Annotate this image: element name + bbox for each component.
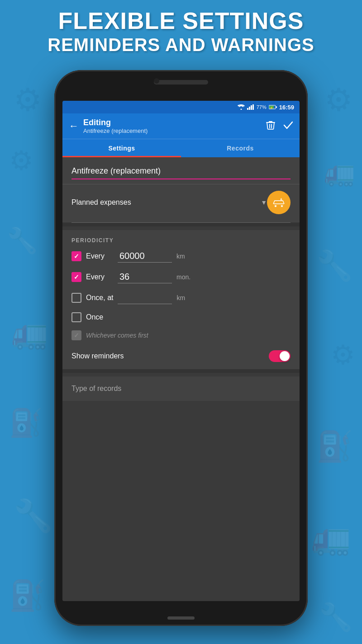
confirm-button[interactable] xyxy=(283,121,293,132)
svg-point-8 xyxy=(275,205,277,207)
checkbox-once[interactable] xyxy=(71,312,81,322)
app-bar-editing-label: Editing xyxy=(83,118,148,127)
period-label-once-at: Once, at xyxy=(86,294,113,302)
type-label: Planned expenses xyxy=(71,198,257,207)
checkmark-whichever: ✓ xyxy=(74,332,79,339)
type-selector[interactable]: Planned expenses ▼ xyxy=(62,184,300,222)
type-dropdown[interactable]: Planned expenses ▼ xyxy=(71,198,267,207)
status-bar: 77% ⚡ 16:59 xyxy=(62,101,300,113)
header: FLEXIBLE SETTINGS REMINDERS AND WARNINGS xyxy=(0,8,362,56)
reminders-toggle[interactable] xyxy=(269,350,291,362)
phone-camera xyxy=(154,78,159,84)
app-bar-actions xyxy=(266,120,293,132)
period-row-once-at: Once, at km xyxy=(71,291,291,304)
svg-text:⚡: ⚡ xyxy=(270,106,273,109)
periodicity-label: PERIODICITY xyxy=(71,237,291,244)
phone-speaker xyxy=(154,80,208,85)
name-input-card xyxy=(62,157,300,184)
type-of-records-label: Type of records xyxy=(71,385,121,392)
app-bar-left: ← Editing Antifreeze (replacement) xyxy=(69,118,148,134)
header-line1: FLEXIBLE SETTINGS xyxy=(0,8,362,34)
checkbox-mon[interactable]: ✓ xyxy=(71,272,81,282)
checkmark-mon: ✓ xyxy=(74,273,79,281)
section-divider-2 xyxy=(62,369,300,373)
checkmark-km: ✓ xyxy=(74,253,79,260)
type-icon-circle xyxy=(267,191,291,214)
period-label-km: Every xyxy=(86,252,113,260)
checkbox-whichever[interactable]: ✓ xyxy=(71,330,81,340)
screen-content: Planned expenses ▼ xyxy=(62,157,300,601)
period-value-km[interactable] xyxy=(118,250,172,263)
svg-rect-1 xyxy=(249,107,250,110)
periodicity-section: PERIODICITY ✓ Every km ✓ Every xyxy=(62,230,300,369)
battery-percent: 77% xyxy=(257,104,267,110)
svg-rect-0 xyxy=(247,108,248,110)
app-bar-subtitle: Antifreeze (replacement) xyxy=(83,127,148,134)
checkbox-km[interactable]: ✓ xyxy=(71,251,81,261)
svg-rect-2 xyxy=(251,105,252,110)
section-divider-1 xyxy=(62,223,300,226)
period-value-mon[interactable] xyxy=(118,271,172,283)
whichever-row: ✓ Whichever comes first xyxy=(71,330,291,340)
app-bar-title: Editing Antifreeze (replacement) xyxy=(83,118,148,134)
type-of-records-section[interactable]: Type of records xyxy=(62,376,300,401)
svg-rect-3 xyxy=(252,104,254,110)
wifi-icon xyxy=(238,104,245,110)
status-icons: 77% ⚡ 16:59 xyxy=(238,104,294,111)
name-input[interactable] xyxy=(71,165,291,179)
header-line2: REMINDERS AND WARNINGS xyxy=(0,34,362,56)
dropdown-arrow-icon: ▼ xyxy=(261,199,267,206)
tab-records[interactable]: Records xyxy=(181,139,300,157)
reminders-label: Show reminders xyxy=(71,352,124,360)
svg-rect-6 xyxy=(276,106,277,108)
svg-point-9 xyxy=(281,205,283,207)
phone-home-button xyxy=(167,616,195,620)
reminders-row: Show reminders xyxy=(71,348,291,362)
period-unit-once-at: km xyxy=(176,294,190,301)
phone-frame: 77% ⚡ 16:59 ← Editing Antifreeze (replac… xyxy=(54,70,308,626)
phone-screen: 77% ⚡ 16:59 ← Editing Antifreeze (replac… xyxy=(62,101,300,601)
period-row-mon: ✓ Every mon. xyxy=(71,271,291,283)
battery-icon: ⚡ xyxy=(269,105,277,109)
whichever-label: Whichever comes first xyxy=(86,332,148,339)
signal-icon xyxy=(247,104,254,110)
tabs: Settings Records xyxy=(62,139,300,157)
back-button[interactable]: ← xyxy=(69,120,79,132)
delete-button[interactable] xyxy=(266,120,275,132)
status-time: 16:59 xyxy=(279,104,294,111)
checkbox-once-at[interactable] xyxy=(71,293,81,303)
period-label-mon: Every xyxy=(86,273,113,281)
period-unit-mon: mon. xyxy=(176,273,191,281)
period-label-once: Once xyxy=(86,313,113,321)
period-row-once: Once xyxy=(71,312,291,322)
app-bar: ← Editing Antifreeze (replacement) xyxy=(62,113,300,139)
period-row-km: ✓ Every km xyxy=(71,250,291,263)
period-unit-km: km xyxy=(176,253,190,260)
period-value-once-at[interactable] xyxy=(118,291,172,304)
tab-settings[interactable]: Settings xyxy=(62,139,181,157)
